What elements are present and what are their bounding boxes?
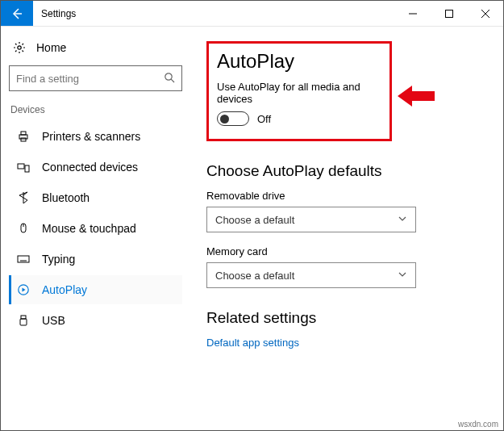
main-content: AutoPlay Use AutoPlay for all media and … xyxy=(190,27,503,430)
annotation-arrow-icon xyxy=(398,84,435,108)
search-icon xyxy=(164,72,175,86)
defaults-heading: Choose AutoPlay defaults xyxy=(206,162,487,180)
svg-rect-1 xyxy=(445,10,452,17)
watermark: wsxdn.com xyxy=(458,420,498,429)
sidebar-item-label: AutoPlay xyxy=(42,283,87,296)
minimize-button[interactable] xyxy=(394,1,431,26)
sidebar-group-label: Devices xyxy=(9,104,182,120)
mouse-icon xyxy=(16,222,31,235)
annotation-highlight: AutoPlay Use AutoPlay for all media and … xyxy=(206,41,392,141)
sidebar-item-label: USB xyxy=(42,314,65,327)
back-button[interactable] xyxy=(1,1,33,26)
window-controls xyxy=(394,1,503,26)
search-input[interactable] xyxy=(16,73,153,85)
default-app-settings-link[interactable]: Default app settings xyxy=(206,337,487,349)
sidebar-item-typing[interactable]: Typing xyxy=(9,245,182,274)
svg-point-5 xyxy=(165,73,172,79)
chevron-down-icon xyxy=(398,214,407,226)
svg-rect-10 xyxy=(18,164,24,169)
bluetooth-icon xyxy=(16,191,31,204)
autoplay-toggle-row: Off xyxy=(217,111,381,126)
minimize-icon xyxy=(409,10,417,18)
usb-icon xyxy=(16,314,31,327)
svg-rect-8 xyxy=(21,132,26,135)
sidebar: Home Devices Printers & scanners Connect… xyxy=(1,27,190,430)
toggle-state-label: Off xyxy=(257,113,271,125)
svg-rect-21 xyxy=(21,316,26,319)
settings-window: Settings Home xyxy=(0,0,504,431)
dropdown-value: Choose a default xyxy=(215,214,294,226)
page-heading: AutoPlay xyxy=(217,50,381,73)
sidebar-item-label: Printers & scanners xyxy=(42,130,140,143)
sidebar-item-printers[interactable]: Printers & scanners xyxy=(9,122,182,151)
sidebar-item-mouse[interactable]: Mouse & touchpad xyxy=(9,214,182,243)
body: Home Devices Printers & scanners Connect… xyxy=(1,27,503,430)
sidebar-home[interactable]: Home xyxy=(9,36,182,64)
svg-rect-11 xyxy=(25,165,29,172)
svg-rect-22 xyxy=(20,319,27,325)
search-box[interactable] xyxy=(9,65,182,91)
toggle-description: Use AutoPlay for all media and devices xyxy=(217,81,381,105)
maximize-icon xyxy=(445,10,453,18)
memory-card-dropdown[interactable]: Choose a default xyxy=(206,262,416,288)
sidebar-item-label: Typing xyxy=(42,253,75,266)
keyboard-icon xyxy=(16,253,31,266)
sidebar-item-connected[interactable]: Connected devices xyxy=(9,153,182,182)
app-title: Settings xyxy=(33,1,394,26)
autoplay-toggle[interactable] xyxy=(217,111,249,126)
connected-icon xyxy=(16,161,31,174)
printer-icon xyxy=(16,130,31,143)
svg-marker-23 xyxy=(398,86,435,107)
svg-rect-14 xyxy=(18,256,29,262)
sidebar-item-bluetooth[interactable]: Bluetooth xyxy=(9,183,182,212)
sidebar-item-autoplay[interactable]: AutoPlay xyxy=(9,275,182,304)
chevron-down-icon xyxy=(398,270,407,282)
sidebar-home-label: Home xyxy=(36,41,66,54)
autoplay-icon xyxy=(16,283,31,296)
maximize-button[interactable] xyxy=(431,1,467,26)
arrow-left-icon xyxy=(10,7,23,20)
svg-line-6 xyxy=(171,79,174,82)
sidebar-item-label: Connected devices xyxy=(42,161,138,174)
titlebar: Settings xyxy=(1,1,503,27)
removable-drive-dropdown[interactable]: Choose a default xyxy=(206,207,416,232)
toggle-knob xyxy=(220,115,229,123)
gear-icon xyxy=(12,41,27,54)
close-button[interactable] xyxy=(467,1,503,26)
sidebar-item-usb[interactable]: USB xyxy=(9,306,182,335)
memory-card-label: Memory card xyxy=(206,245,487,257)
dropdown-value: Choose a default xyxy=(215,270,294,282)
svg-point-4 xyxy=(18,46,21,49)
close-icon xyxy=(481,10,489,18)
related-heading: Related settings xyxy=(206,309,487,327)
removable-drive-label: Removable drive xyxy=(206,190,487,202)
sidebar-item-label: Bluetooth xyxy=(42,191,90,204)
sidebar-item-label: Mouse & touchpad xyxy=(42,222,136,235)
